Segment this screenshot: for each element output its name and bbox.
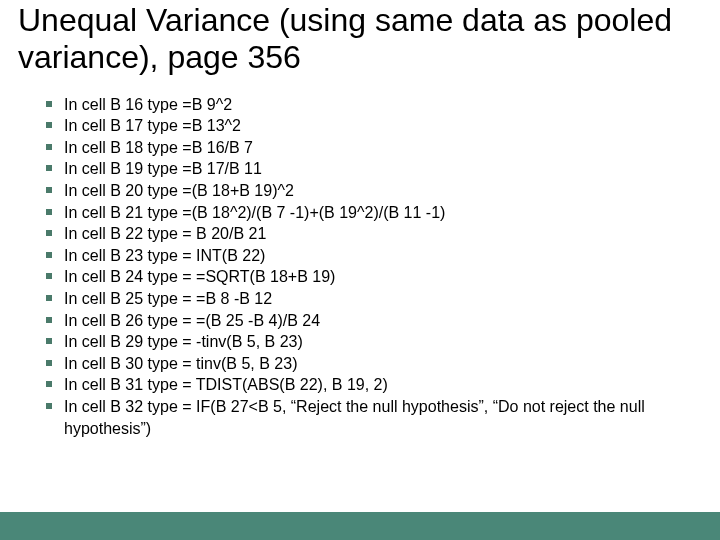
square-bullet-icon	[46, 310, 64, 323]
square-bullet-icon	[46, 223, 64, 236]
list-item: In cell B 21 type =(B 18^2)/(B 7 -1)+(B …	[46, 202, 702, 224]
square-bullet-icon	[46, 180, 64, 193]
list-item: In cell B 22 type = B 20/B 21	[46, 223, 702, 245]
list-item: In cell B 29 type = -tinv(B 5, B 23)	[46, 331, 702, 353]
list-item-text: In cell B 17 type =B 13^2	[64, 115, 702, 137]
list-item-text: In cell B 26 type = =(B 25 -B 4)/B 24	[64, 310, 702, 332]
list-item: In cell B 23 type = INT(B 22)	[46, 245, 702, 267]
list-item-text: In cell B 23 type = INT(B 22)	[64, 245, 702, 267]
square-bullet-icon	[46, 331, 64, 344]
list-item: In cell B 20 type =(B 18+B 19)^2	[46, 180, 702, 202]
list-item-text: In cell B 24 type = =SQRT(B 18+B 19)	[64, 266, 702, 288]
list-item-text: In cell B 19 type =B 17/B 11	[64, 158, 702, 180]
list-item: In cell B 25 type = =B 8 -B 12	[46, 288, 702, 310]
list-item: In cell B 16 type =B 9^2	[46, 94, 702, 116]
list-item-text: In cell B 25 type = =B 8 -B 12	[64, 288, 702, 310]
square-bullet-icon	[46, 137, 64, 150]
list-item-text: In cell B 16 type =B 9^2	[64, 94, 702, 116]
slide-body: In cell B 16 type =B 9^2 In cell B 17 ty…	[0, 76, 720, 440]
footer-bar	[0, 512, 720, 540]
square-bullet-icon	[46, 266, 64, 279]
list-item: In cell B 18 type =B 16/B 7	[46, 137, 702, 159]
square-bullet-icon	[46, 288, 64, 301]
square-bullet-icon	[46, 94, 64, 107]
list-item-text: In cell B 18 type =B 16/B 7	[64, 137, 702, 159]
list-item: In cell B 17 type =B 13^2	[46, 115, 702, 137]
list-item: In cell B 32 type = IF(B 27<B 5, “Reject…	[46, 396, 702, 439]
list-item: In cell B 19 type =B 17/B 11	[46, 158, 702, 180]
list-item-text: In cell B 21 type =(B 18^2)/(B 7 -1)+(B …	[64, 202, 702, 224]
square-bullet-icon	[46, 202, 64, 215]
list-item: In cell B 26 type = =(B 25 -B 4)/B 24	[46, 310, 702, 332]
list-item-text: In cell B 29 type = -tinv(B 5, B 23)	[64, 331, 702, 353]
square-bullet-icon	[46, 158, 64, 171]
list-item: In cell B 31 type = TDIST(ABS(B 22), B 1…	[46, 374, 702, 396]
list-item-text: In cell B 31 type = TDIST(ABS(B 22), B 1…	[64, 374, 702, 396]
square-bullet-icon	[46, 396, 64, 409]
list-item-text: In cell B 32 type = IF(B 27<B 5, “Reject…	[64, 396, 702, 439]
slide-title: Unequal Variance (using same data as poo…	[0, 0, 720, 76]
square-bullet-icon	[46, 374, 64, 387]
square-bullet-icon	[46, 245, 64, 258]
list-item: In cell B 24 type = =SQRT(B 18+B 19)	[46, 266, 702, 288]
list-item-text: In cell B 20 type =(B 18+B 19)^2	[64, 180, 702, 202]
list-item: In cell B 30 type = tinv(B 5, B 23)	[46, 353, 702, 375]
square-bullet-icon	[46, 115, 64, 128]
square-bullet-icon	[46, 353, 64, 366]
list-item-text: In cell B 22 type = B 20/B 21	[64, 223, 702, 245]
list-item-text: In cell B 30 type = tinv(B 5, B 23)	[64, 353, 702, 375]
